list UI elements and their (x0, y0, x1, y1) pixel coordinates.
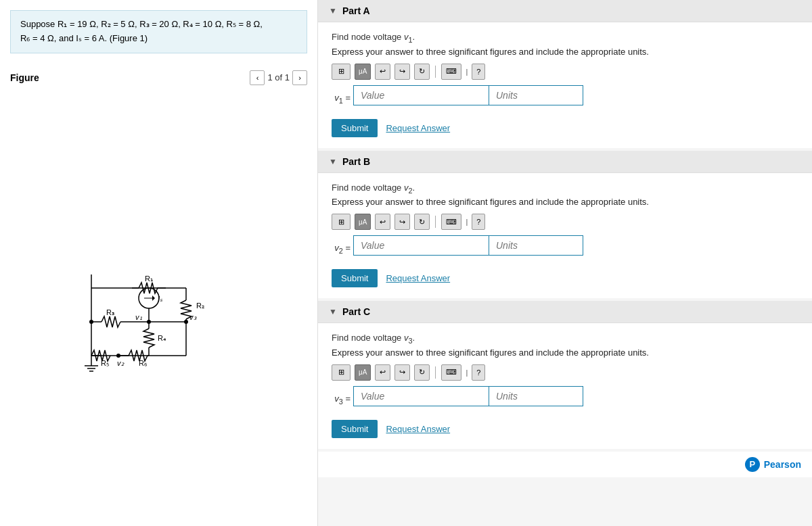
part-c-answer-row (353, 386, 583, 406)
svg-marker-18 (152, 295, 155, 301)
part-c-arrow: ▼ (329, 307, 337, 316)
undo-button-a[interactable]: ↩ (375, 64, 390, 80)
part-c-body: Find node voltage v3. Express your answe… (318, 323, 812, 449)
part-c-instruction: Express your answer to three significant… (332, 348, 798, 358)
figure-header: Figure ‹ 1 of 1 › (10, 70, 307, 85)
part-a-actions: Submit Request Answer (332, 119, 798, 137)
svg-text:R₁: R₁ (145, 274, 153, 283)
part-b-value-input[interactable] (354, 236, 489, 255)
keyboard-button-b[interactable]: ⌨ (441, 214, 461, 230)
left-panel: Suppose R₁ = 19 Ω, R₂ = 5 Ω, R₃ = 20 Ω, … (0, 0, 318, 526)
svg-text:R₅: R₅ (101, 359, 109, 367)
part-a-find: Find node voltage v1. (332, 32, 798, 44)
pearson-logo: P (745, 457, 760, 472)
problem-line2: R₆ = 4 Ω, and Iₛ = 6 A. (Figure 1) (20, 32, 297, 46)
part-a-request[interactable]: Request Answer (386, 123, 450, 133)
mu-button-b[interactable]: μA (355, 214, 371, 230)
svg-point-12 (89, 320, 93, 324)
help-button-a[interactable]: ? (472, 64, 485, 80)
part-c-label: Part C (342, 306, 370, 317)
grid-button-b[interactable]: ⊞ (332, 214, 351, 230)
svg-text:v₂: v₂ (117, 359, 125, 367)
pagination: ‹ 1 of 1 › (250, 70, 307, 85)
refresh-button-b[interactable]: ↻ (414, 214, 430, 230)
part-c-request[interactable]: Request Answer (386, 424, 450, 434)
part-a-instruction: Express your answer to three significant… (332, 47, 798, 57)
part-b-submit[interactable]: Submit (332, 269, 378, 287)
separator-a: | (466, 68, 468, 76)
part-b-units-input[interactable] (489, 236, 577, 255)
mu-button-c[interactable]: μA (355, 364, 371, 381)
redo-button-c[interactable]: ↪ (394, 364, 410, 381)
svg-text:Iₛ: Iₛ (158, 295, 163, 303)
part-b-var: v2 = (332, 243, 351, 255)
part-a-submit[interactable]: Submit (332, 119, 378, 137)
part-b-instruction: Express your answer to three significant… (332, 197, 798, 207)
part-a-toolbar: ⊞ μA ↩ ↪ ↻ ⌨ | ? (332, 64, 798, 80)
part-c-var: v3 = (332, 393, 351, 406)
part-c-toolbar: ⊞ μA ↩ ↪ ↻ ⌨ | ? (332, 364, 798, 381)
part-a-header: ▼ Part A (318, 0, 812, 22)
help-button-c[interactable]: ? (472, 364, 485, 381)
part-c-find: Find node voltage v3. (332, 333, 798, 345)
refresh-button-a[interactable]: ↻ (414, 64, 430, 80)
keyboard-button-c[interactable]: ⌨ (441, 364, 461, 381)
mu-button-a[interactable]: μA (355, 64, 371, 80)
pearson-logo-letter: P (749, 459, 755, 469)
part-b-toolbar: ⊞ μA ↩ ↪ ↻ ⌨ | ? (332, 214, 798, 230)
toolbar-divider-c (435, 366, 436, 379)
part-c-units-input[interactable] (489, 387, 577, 406)
toolbar-divider-a (435, 66, 436, 78)
part-a-answer-row (353, 85, 583, 105)
part-b-label: Part B (342, 156, 370, 167)
svg-text:R₄: R₄ (158, 334, 166, 342)
svg-text:R₂: R₂ (196, 302, 204, 310)
part-c-actions: Submit Request Answer (332, 420, 798, 438)
next-page-button[interactable]: › (292, 70, 307, 85)
problem-statement: Suppose R₁ = 19 Ω, R₂ = 5 Ω, R₃ = 20 Ω, … (10, 10, 307, 53)
prev-page-button[interactable]: ‹ (250, 70, 265, 85)
figure-label: Figure (10, 72, 39, 83)
part-a-var: v1 = (332, 93, 351, 105)
svg-text:R₆: R₆ (139, 359, 148, 367)
part-b-header: ▼ Part B (318, 151, 812, 173)
refresh-button-c[interactable]: ↻ (414, 364, 430, 381)
toolbar-divider-b (435, 216, 436, 228)
part-b-arrow: ▼ (329, 157, 337, 166)
part-a-label: Part A (342, 5, 370, 16)
svg-text:R₃: R₃ (106, 308, 114, 316)
circuit-svg: R₁ R₃ v₁ Iₛ (51, 220, 267, 389)
part-b-answer-row (353, 235, 583, 256)
grid-button-c[interactable]: ⊞ (332, 364, 351, 381)
circuit-diagram: R₁ R₃ v₁ Iₛ (10, 91, 307, 519)
part-b-actions: Submit Request Answer (332, 269, 798, 287)
part-c-answer-wrap: v3 = (332, 386, 798, 413)
figure-area: Figure ‹ 1 of 1 › (0, 64, 317, 526)
part-a-arrow: ▼ (329, 6, 337, 16)
right-panel: ▼ Part A Find node voltage v1. Express y… (318, 0, 812, 526)
part-b-find: Find node voltage v2. (332, 183, 798, 195)
undo-button-c[interactable]: ↩ (375, 364, 390, 381)
part-a-units-input[interactable] (489, 86, 577, 105)
part-b-body: Find node voltage v2. Express your answe… (318, 173, 812, 299)
part-a-answer-wrap: v1 = (332, 85, 798, 112)
page-count: 1 of 1 (267, 72, 290, 82)
redo-button-b[interactable]: ↪ (394, 214, 410, 230)
grid-button-a[interactable]: ⊞ (332, 64, 351, 80)
part-c-value-input[interactable] (354, 387, 489, 406)
part-b-section: ▼ Part B Find node voltage v2. Express y… (318, 151, 812, 299)
undo-button-b[interactable]: ↩ (375, 214, 390, 230)
part-a-body: Find node voltage v1. Express your answe… (318, 22, 812, 148)
part-b-request[interactable]: Request Answer (386, 273, 450, 283)
problem-line1: Suppose R₁ = 19 Ω, R₂ = 5 Ω, R₃ = 20 Ω, … (20, 18, 297, 32)
part-a-section: ▼ Part A Find node voltage v1. Express y… (318, 0, 812, 148)
separator-b: | (466, 218, 468, 226)
part-a-value-input[interactable] (354, 86, 489, 105)
help-button-b[interactable]: ? (472, 214, 485, 230)
pearson-footer: P Pearson (318, 452, 812, 477)
part-c-submit[interactable]: Submit (332, 420, 378, 438)
redo-button-a[interactable]: ↪ (394, 64, 410, 80)
separator-c: | (466, 368, 468, 377)
part-b-answer-wrap: v2 = (332, 235, 798, 262)
keyboard-button-a[interactable]: ⌨ (441, 64, 461, 80)
